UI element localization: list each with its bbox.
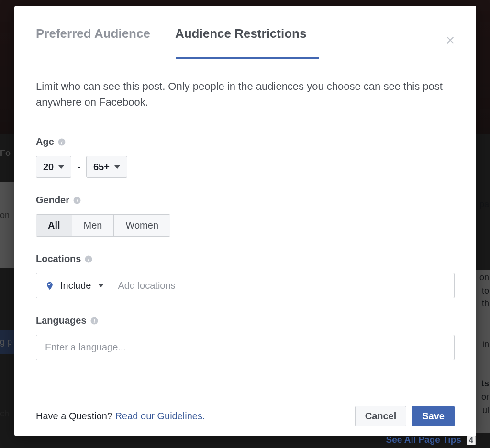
age-min-value: 20 xyxy=(43,162,54,173)
footer-help-text: Have a Question? Read our Guidelines. xyxy=(36,411,205,422)
see-all-text: See All Page Tips xyxy=(386,435,461,445)
languages-input-container[interactable] xyxy=(36,335,455,360)
location-pin-icon xyxy=(45,281,55,291)
tips-count-badge: 4 xyxy=(467,436,476,445)
modal-footer: Have a Question? Read our Guidelines. Ca… xyxy=(14,396,476,436)
languages-field: Languages i xyxy=(36,315,455,360)
age-min-select[interactable]: 20 xyxy=(36,156,71,178)
close-icon xyxy=(445,34,456,46)
tab-audience-restrictions[interactable]: Audience Restrictions xyxy=(175,7,307,58)
gender-segmented-control: All Men Women xyxy=(36,214,170,237)
gender-label-text: Gender xyxy=(36,195,69,206)
gender-option-men[interactable]: Men xyxy=(72,215,114,236)
description-text: Limit who can see this post. Only people… xyxy=(36,78,455,110)
question-text: Have a Question? xyxy=(36,411,115,421)
caret-down-icon xyxy=(58,165,64,169)
guidelines-link[interactable]: Read our Guidelines. xyxy=(115,411,205,421)
age-range-selector: 20 - 65+ xyxy=(36,156,455,178)
close-button[interactable] xyxy=(445,34,456,46)
gender-label: Gender i xyxy=(36,195,455,206)
gender-option-women[interactable]: Women xyxy=(114,215,170,236)
info-icon[interactable]: i xyxy=(84,255,93,263)
gender-field: Gender i All Men Women xyxy=(36,195,455,237)
footer-buttons: Cancel Save xyxy=(355,406,455,426)
save-button[interactable]: Save xyxy=(412,406,455,426)
age-label-text: Age xyxy=(36,136,54,147)
gender-option-all[interactable]: All xyxy=(36,215,72,236)
info-icon[interactable]: i xyxy=(90,317,99,325)
caret-down-icon xyxy=(98,284,104,287)
modal-header: Preferred Audience Audience Restrictions xyxy=(14,6,476,59)
audience-modal: Preferred Audience Audience Restrictions… xyxy=(14,6,476,436)
info-icon[interactable]: i xyxy=(73,196,81,205)
languages-input[interactable] xyxy=(45,342,445,353)
locations-label-text: Locations xyxy=(36,253,81,264)
info-icon[interactable]: i xyxy=(57,138,66,146)
cancel-button[interactable]: Cancel xyxy=(355,406,407,426)
dash: - xyxy=(77,162,80,173)
age-max-value: 65+ xyxy=(93,162,110,173)
age-field: Age i 20 - 65+ xyxy=(36,136,455,178)
age-max-select[interactable]: 65+ xyxy=(86,156,127,178)
languages-label-text: Languages xyxy=(36,315,87,326)
locations-field: Locations i Include xyxy=(36,253,455,298)
active-tab-indicator xyxy=(176,57,319,59)
see-all-page-tips-link[interactable]: See All Page Tips 4 xyxy=(386,435,476,445)
languages-label: Languages i xyxy=(36,315,455,326)
tab-preferred-audience[interactable]: Preferred Audience xyxy=(36,7,150,58)
locations-input-container[interactable]: Include xyxy=(36,273,455,298)
age-label: Age i xyxy=(36,136,455,147)
include-dropdown-label: Include xyxy=(60,280,91,291)
modal-body: Limit who can see this post. Only people… xyxy=(14,59,476,396)
locations-label: Locations i xyxy=(36,253,455,264)
caret-down-icon xyxy=(114,165,120,169)
locations-input[interactable] xyxy=(118,280,446,291)
